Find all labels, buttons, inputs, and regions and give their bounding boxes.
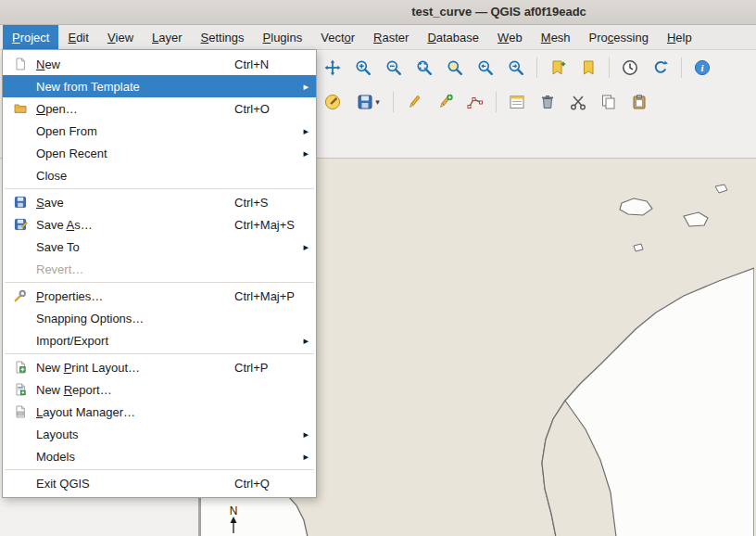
new-spatial-bookmark-button[interactable] bbox=[546, 56, 570, 80]
menu-view[interactable]: View bbox=[98, 25, 143, 49]
vertex-icon bbox=[466, 93, 485, 111]
menu-item-label: Save To bbox=[36, 240, 80, 254]
menu-database[interactable]: Database bbox=[418, 25, 488, 49]
blank-icon bbox=[10, 448, 31, 465]
pencil-plus-icon bbox=[435, 93, 454, 111]
zoom-in-button[interactable] bbox=[351, 56, 375, 80]
floppy-icon bbox=[10, 194, 31, 211]
menu-separator bbox=[5, 188, 314, 189]
menu-item-label: New bbox=[36, 57, 60, 71]
menu-layer[interactable]: Layer bbox=[143, 25, 192, 49]
submenu-arrow-icon: ▸ bbox=[303, 81, 309, 93]
blank-icon bbox=[10, 167, 31, 184]
window-title: test_curve — QGIS af0f19eadc bbox=[411, 5, 586, 19]
menu-project[interactable]: Project bbox=[3, 25, 58, 49]
identify-icon: i bbox=[693, 58, 712, 77]
menu-item-shortcut: Ctrl+S bbox=[234, 196, 268, 210]
menu-item-label: Snapping Options… bbox=[36, 312, 144, 325]
menu-item-layouts[interactable]: Layouts▸ bbox=[3, 423, 316, 445]
blank-icon bbox=[10, 310, 31, 326]
menu-item-label: Save bbox=[36, 196, 64, 210]
menu-web[interactable]: Web bbox=[488, 25, 532, 49]
layout-manager-icon bbox=[10, 403, 31, 420]
menu-item-save[interactable]: SaveCtrl+S bbox=[3, 191, 316, 213]
menu-item-label: Import/Export bbox=[36, 334, 108, 348]
delete-selected-button[interactable] bbox=[536, 90, 560, 114]
toolbar-separator bbox=[681, 57, 682, 78]
menu-plugins[interactable]: Plugins bbox=[254, 25, 312, 49]
paste-features-button[interactable] bbox=[627, 90, 651, 114]
menu-item-label: Exit QGIS bbox=[36, 477, 90, 491]
add-feature-button[interactable] bbox=[433, 90, 457, 114]
menu-item-snapping-options[interactable]: Snapping Options… bbox=[3, 307, 316, 329]
menu-item-open[interactable]: Open…Ctrl+O bbox=[3, 97, 316, 120]
menu-item-new-report[interactable]: New Report… bbox=[3, 378, 316, 401]
menu-item-new[interactable]: NewCtrl+N bbox=[3, 53, 316, 75]
clock-icon bbox=[621, 58, 639, 77]
menu-item-exit-qgis[interactable]: Exit QGISCtrl+Q bbox=[3, 472, 316, 494]
menu-item-open-from[interactable]: Open From▸ bbox=[3, 120, 316, 142]
submenu-arrow-icon: ▸ bbox=[303, 451, 309, 463]
form-icon bbox=[508, 93, 526, 111]
identify-features-button[interactable]: i bbox=[690, 56, 714, 80]
menu-item-save-as[interactable]: Save As…Ctrl+Maj+S bbox=[3, 213, 316, 236]
current-edits-button[interactable] bbox=[321, 90, 345, 114]
dropdown-caret-icon: ▾ bbox=[375, 97, 380, 107]
menu-bar: ProjectEditViewLayerSettingsPluginsVecto… bbox=[0, 25, 756, 50]
menu-item-label: Properties… bbox=[36, 289, 103, 303]
menu-item-properties[interactable]: Properties…Ctrl+Maj+P bbox=[3, 285, 316, 307]
menu-item-label: Layout Manager… bbox=[36, 405, 135, 419]
submenu-arrow-icon: ▸ bbox=[303, 335, 309, 347]
menu-item-layout-manager[interactable]: Layout Manager… bbox=[3, 401, 316, 423]
title-bar: test_curve — QGIS af0f19eadc bbox=[0, 0, 756, 25]
blank-icon bbox=[10, 78, 31, 95]
blank-icon bbox=[10, 261, 31, 277]
menu-edit[interactable]: Edit bbox=[58, 25, 97, 49]
menu-item-save-to[interactable]: Save To▸ bbox=[3, 236, 316, 258]
scissors-icon bbox=[569, 93, 587, 111]
zoom-out-button[interactable] bbox=[382, 56, 406, 80]
menu-settings[interactable]: Settings bbox=[192, 25, 254, 49]
menu-item-label: Close bbox=[36, 169, 67, 183]
vertex-tool-button[interactable] bbox=[463, 90, 487, 114]
menu-item-close[interactable]: Close bbox=[3, 164, 316, 186]
menu-mesh[interactable]: Mesh bbox=[532, 25, 580, 49]
report-new-icon bbox=[10, 381, 31, 398]
magnifier-minus-icon bbox=[384, 58, 403, 77]
menu-help[interactable]: Help bbox=[658, 25, 701, 49]
menu-item-shortcut: Ctrl+N bbox=[234, 57, 269, 71]
refresh-icon bbox=[651, 58, 670, 77]
menu-item-shortcut: Ctrl+O bbox=[234, 102, 270, 116]
show-spatial-bookmarks-button[interactable] bbox=[576, 56, 600, 80]
toggle-editing-button[interactable] bbox=[402, 90, 426, 114]
menu-item-import-export[interactable]: Import/Export▸ bbox=[3, 329, 316, 351]
project-menu: NewCtrl+NNew from Template▸Open…Ctrl+OOp… bbox=[2, 49, 317, 498]
copy-features-button[interactable] bbox=[597, 90, 621, 114]
menu-processing[interactable]: Processing bbox=[580, 25, 658, 49]
modify-attributes-button[interactable] bbox=[505, 90, 529, 114]
toolbar-separator bbox=[536, 57, 537, 78]
menu-item-open-recent[interactable]: Open Recent▸ bbox=[3, 142, 316, 164]
pan-map-button[interactable] bbox=[321, 56, 345, 80]
zoom-full-button[interactable] bbox=[412, 56, 436, 80]
menu-item-shortcut: Ctrl+Q bbox=[234, 477, 270, 491]
menu-item-label: Revert… bbox=[36, 262, 83, 276]
menu-raster[interactable]: Raster bbox=[364, 25, 418, 49]
blank-icon bbox=[10, 332, 31, 349]
menu-item-new-print-layout[interactable]: New Print Layout…Ctrl+P bbox=[3, 356, 316, 378]
refresh-map-button[interactable] bbox=[649, 56, 673, 80]
cut-features-button[interactable] bbox=[566, 90, 590, 114]
menu-item-models[interactable]: Models▸ bbox=[3, 445, 316, 467]
current-edits-icon bbox=[323, 93, 342, 111]
save-layer-edits-button[interactable]: ▾ bbox=[351, 90, 384, 114]
zoom-to-selection-button[interactable] bbox=[443, 56, 467, 80]
menu-item-new-from-template[interactable]: New from Template▸ bbox=[3, 75, 316, 97]
floppy-small-icon bbox=[356, 93, 374, 111]
pan-icon bbox=[323, 58, 342, 77]
folder-icon bbox=[10, 100, 31, 117]
menu-vector[interactable]: Vector bbox=[311, 25, 364, 49]
island bbox=[634, 244, 643, 251]
temporal-controller-button[interactable] bbox=[618, 56, 642, 80]
zoom-last-button[interactable] bbox=[473, 56, 498, 80]
zoom-next-button[interactable] bbox=[504, 56, 528, 80]
